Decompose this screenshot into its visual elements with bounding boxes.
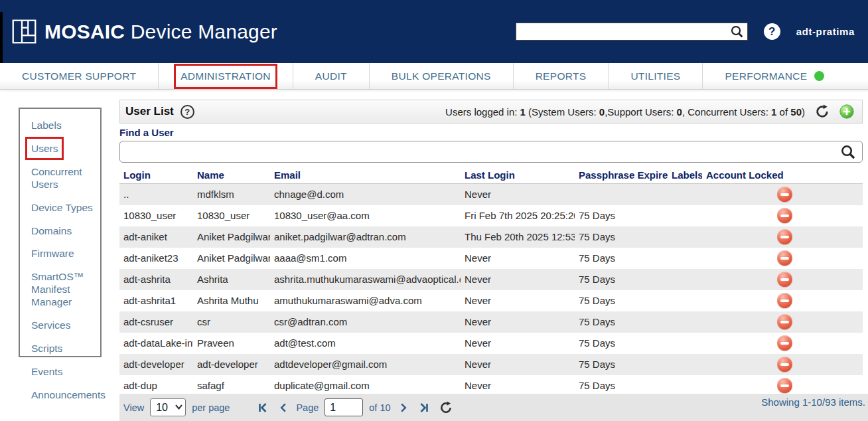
- cell-name: safagf: [193, 375, 270, 396]
- summary-segment: (System Users:: [526, 106, 599, 118]
- tab-label: CUSTOMER SUPPORT: [22, 70, 136, 82]
- tab-label: ADMINISTRATION: [181, 70, 271, 82]
- cell-last-login: Never: [461, 184, 575, 205]
- cell-account-locked: [702, 184, 863, 205]
- sidebar-item-concurrent-users[interactable]: Concurrent Users: [31, 166, 96, 191]
- showing-items-label: Showing 1-10/93 items.: [761, 396, 868, 408]
- cell-name: adt-developer: [193, 354, 270, 375]
- page-number-input[interactable]: [325, 398, 363, 416]
- sidebar-item-scripts[interactable]: Scripts: [31, 343, 96, 355]
- cell-email: csr@adtran.com: [270, 311, 461, 333]
- users-logged-in-summary: Users logged in: 1 (System Users: 0,Supp…: [445, 106, 805, 118]
- cell-last-login: Fri Feb 7th 2025 20:25:20: [461, 205, 575, 226]
- help-icon[interactable]: ?: [764, 23, 780, 40]
- find-user-input[interactable]: [119, 141, 863, 163]
- account-locked-toggle-icon[interactable]: [777, 378, 792, 393]
- cell-passphrase-expires-in: 75 Days: [575, 269, 668, 290]
- sidebar-item-label: Users: [31, 143, 58, 154]
- table-row: adt-dataLake-intPraveenadt@test.comNever…: [119, 333, 863, 354]
- cell-labels: [668, 226, 702, 248]
- search-icon[interactable]: [731, 25, 743, 38]
- summary-segment: ,Support Users:: [605, 106, 676, 118]
- column-header-login[interactable]: Login: [119, 168, 193, 184]
- account-locked-toggle-icon[interactable]: [777, 250, 792, 266]
- column-header-email[interactable]: Email: [270, 168, 461, 184]
- page-label: Page: [296, 402, 319, 413]
- refresh-button[interactable]: [815, 104, 830, 119]
- add-user-button[interactable]: [839, 104, 854, 119]
- mosaic-logo-icon: [12, 19, 36, 44]
- next-page-button[interactable]: [396, 401, 411, 414]
- column-header-passphrase-expires-in[interactable]: Passphrase Expires In: [575, 168, 668, 184]
- cell-labels: [668, 205, 702, 226]
- cell-name: 10830_user: [193, 205, 270, 226]
- tab-reports[interactable]: REPORTS: [514, 63, 609, 89]
- account-locked-toggle-icon[interactable]: [777, 272, 792, 287]
- account-locked-toggle-icon[interactable]: [777, 229, 792, 244]
- global-search-input[interactable]: [516, 23, 748, 41]
- sidebar-item-events[interactable]: Events: [31, 366, 96, 379]
- screen-edge-artifact: [0, 12, 3, 69]
- cell-passphrase-expires-in: 75 Days: [575, 354, 668, 375]
- sidebar-item-firmware[interactable]: Firmware: [31, 248, 96, 260]
- find-user-search-icon[interactable]: [841, 145, 855, 159]
- sidebar-item-label: Device Types: [31, 202, 93, 213]
- chevron-right-icon: [398, 402, 408, 413]
- cell-last-login: Never: [461, 311, 575, 333]
- previous-page-button[interactable]: [276, 401, 291, 414]
- cell-login: adt-ashrita1: [119, 290, 193, 311]
- account-locked-toggle-icon[interactable]: [777, 314, 792, 329]
- cell-labels: [668, 248, 702, 269]
- account-locked-toggle-icon[interactable]: [777, 293, 792, 308]
- column-header-account-locked[interactable]: Account Locked: [702, 168, 863, 184]
- sidebar-item-label: Events: [31, 366, 62, 377]
- sidebar-item-label: Concurrent Users: [31, 166, 82, 190]
- cell-account-locked: [702, 248, 863, 269]
- user-list-help-icon[interactable]: ?: [181, 105, 194, 119]
- cell-account-locked: [702, 269, 863, 290]
- chevron-left-icon: [279, 402, 289, 413]
- table-header-row: LoginNameEmailLast LoginPassphrase Expir…: [119, 168, 863, 184]
- app-logo: MOSAIC Device Manager: [12, 19, 277, 44]
- sidebar-item-labels[interactable]: Labels: [31, 120, 96, 132]
- account-locked-toggle-icon[interactable]: [777, 187, 792, 202]
- sidebar-item-label: Scripts: [31, 343, 62, 354]
- sidebar-item-announcements[interactable]: Announcements: [31, 389, 96, 402]
- sidebar-item-smartos-manifest-manager[interactable]: SmartOS™ Manifest Manager: [31, 271, 96, 309]
- account-locked-toggle-icon[interactable]: [777, 208, 792, 223]
- sidebar-item-device-types[interactable]: Device Types: [31, 202, 96, 214]
- tab-bulk-operations[interactable]: BULK OPERATIONS: [370, 63, 514, 89]
- column-header-name[interactable]: Name: [193, 168, 270, 184]
- account-locked-toggle-icon[interactable]: [777, 335, 792, 351]
- cell-login: adt-dup: [119, 375, 193, 396]
- user-table: LoginNameEmailLast LoginPassphrase Expir…: [119, 168, 863, 396]
- cell-login: ..: [119, 184, 193, 205]
- tab-utilities[interactable]: UTILITIES: [609, 63, 703, 89]
- cell-last-login: Never: [461, 333, 575, 354]
- cell-passphrase-expires-in: 75 Days: [575, 248, 668, 269]
- page-title: User List: [125, 105, 174, 118]
- sidebar-item-users[interactable]: Users: [31, 143, 96, 155]
- tab-performance[interactable]: PERFORMANCE: [703, 63, 846, 89]
- last-page-button[interactable]: [415, 401, 432, 414]
- sidebar-item-label: Firmware: [31, 248, 74, 259]
- logged-in-username[interactable]: adt-pratima: [796, 26, 855, 37]
- find-user-section: Find a User: [119, 127, 863, 163]
- account-locked-toggle-icon[interactable]: [777, 357, 792, 372]
- page-size-select[interactable]: 10: [150, 398, 186, 416]
- tab-audit[interactable]: AUDIT: [293, 63, 370, 89]
- sidebar-item-label: Services: [31, 319, 70, 331]
- first-page-button[interactable]: [255, 401, 271, 414]
- sidebar-item-domains[interactable]: Domains: [31, 225, 96, 238]
- column-header-last-login[interactable]: Last Login: [461, 168, 575, 184]
- tab-administration[interactable]: ADMINISTRATION: [159, 63, 293, 89]
- cell-email: chnage@d.com: [270, 184, 461, 205]
- cell-login: adt-ashrita: [119, 269, 193, 290]
- refresh-icon: [815, 104, 830, 119]
- tab-customer-support[interactable]: CUSTOMER SUPPORT: [0, 63, 159, 89]
- pager-refresh-button[interactable]: [437, 400, 455, 416]
- sidebar-item-services[interactable]: Services: [31, 319, 96, 332]
- performance-status-dot: [814, 71, 824, 81]
- cell-labels: [668, 375, 702, 396]
- column-header-labels[interactable]: Labels: [668, 168, 702, 184]
